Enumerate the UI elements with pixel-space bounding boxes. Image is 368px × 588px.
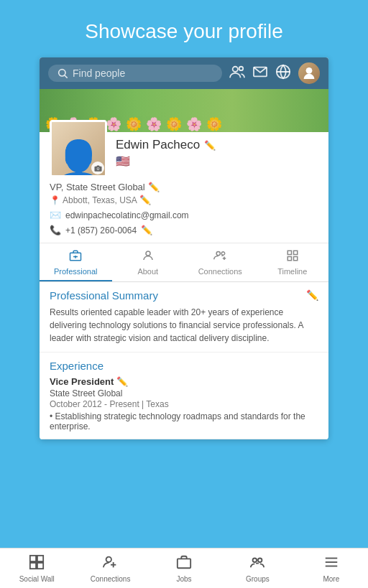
svg-point-0 [59,70,65,76]
header-section: Showcase your profile [0,0,368,57]
tab-connections[interactable]: Connections [184,243,257,281]
about-tab-icon [142,249,155,266]
jobs-bottom-label: Jobs [176,575,191,583]
svg-rect-22 [30,555,36,561]
svg-rect-29 [178,559,190,568]
camera-icon-badge[interactable] [91,162,104,174]
svg-point-9 [97,167,98,169]
connections-bottom-label: Connections [91,575,131,583]
svg-rect-21 [293,257,297,261]
job-title-text: VP, State Street Global [50,182,145,192]
connections-bottom-icon [103,554,119,574]
globe-nav-icon[interactable] [275,64,291,83]
svg-point-30 [253,558,257,562]
email-row: ✉️ edwinpachecolatinc@gmail.com [50,210,318,220]
bottom-nav-more[interactable]: More [295,550,368,587]
svg-rect-19 [293,251,297,254]
groups-bottom-icon [249,554,265,574]
search-icon [57,67,68,79]
experience-bullet: • Establishing strategic technology road… [50,411,318,431]
user-avatar[interactable] [298,62,320,84]
jobs-bottom-icon [176,554,192,574]
flag-row: 🇺🇸 [116,154,318,168]
social-wall-label: Social Wall [19,575,55,583]
svg-rect-25 [37,562,43,568]
people-nav-icon[interactable] [229,65,245,83]
experience-dates: October 2012 - Present | Texas [50,399,318,409]
search-input-wrapper[interactable]: Find people [48,65,222,82]
job-title: Vice President [50,376,114,387]
profile-avatar-wrapper: 👤 [50,120,107,177]
connections-tab-icon [213,249,226,266]
svg-rect-24 [30,562,36,568]
tab-connections-label: Connections [198,267,242,276]
profile-name-section: Edwin Pacheco ✏️ 🇺🇸 [116,138,318,168]
bottom-nav-social-wall[interactable]: Social Wall [0,550,73,587]
svg-point-2 [233,66,238,71]
profile-title-row: VP, State Street Global ✏️ [50,182,318,192]
experience-section: Experience Vice President ✏️ State Stree… [40,353,328,439]
experience-edit-icon[interactable]: ✏️ [116,376,128,387]
svg-point-3 [239,66,243,70]
bottom-nav-groups[interactable]: Groups [221,550,294,587]
social-wall-icon [29,554,45,574]
name-edit-icon[interactable]: ✏️ [204,140,216,151]
tab-timeline[interactable]: Timeline [257,243,329,281]
profile-meta: VP, State Street Global ✏️ 📍 Abbott, Tex… [50,182,318,205]
bottom-nav: Social Wall Connections Jobs [0,548,368,588]
svg-rect-20 [288,257,291,261]
main-card: Find people [40,57,328,439]
phone-edit-icon[interactable]: ✏️ [141,225,152,235]
page-title: Showcase your profile [14,20,354,43]
svg-point-26 [106,556,111,561]
profile-tabs: Professional About [40,243,328,282]
search-placeholder-text: Find people [73,67,125,79]
professional-summary-heading: Professional Summary [50,289,318,302]
tab-professional-label: Professional [54,267,98,276]
phone-row: 📞 +1 (857) 260-0064 ✏️ [50,225,318,235]
search-nav-icons [229,62,320,84]
professional-tab-icon [69,249,82,266]
groups-bottom-label: Groups [246,575,270,583]
experience-title-row: Vice President ✏️ [50,376,318,387]
location-edit-icon[interactable]: ✏️ [139,195,151,205]
bottom-nav-jobs[interactable]: Jobs [147,550,221,587]
svg-line-1 [65,75,68,78]
country-flag: 🇺🇸 [116,155,130,167]
mail-nav-icon[interactable] [252,65,268,82]
professional-summary-edit-icon[interactable]: ✏️ [306,289,318,301]
phone-text: +1 (857) 260-0064 [65,225,137,235]
svg-point-14 [216,251,220,255]
location-icon: 📍 [50,195,60,205]
svg-rect-18 [288,251,291,254]
location-text: Abbott, Texas, USA [63,195,137,205]
svg-point-13 [146,251,150,256]
tab-about-label: About [137,267,158,276]
tab-timeline-label: Timeline [277,267,307,276]
email-text: edwinpachecolatinc@gmail.com [65,210,189,220]
professional-summary-section: ✏️ Professional Summary Results oriented… [40,282,328,353]
phone-icon: 📞 [50,225,61,235]
search-bar: Find people [40,57,328,89]
svg-point-7 [306,67,313,74]
professional-summary-body: Results oriented capable leader with 20+… [50,306,318,345]
profile-location-row: 📍 Abbott, Texas, USA ✏️ [50,195,318,205]
experience-company: State Street Global [50,388,318,398]
tab-about[interactable]: About [112,243,185,281]
profile-info: 👤 Edwin Pacheco ✏️ 🇺🇸 [40,132,328,243]
experience-heading: Experience [50,360,318,372]
tab-professional[interactable]: Professional [40,243,112,281]
bottom-nav-connections[interactable]: Connections [73,550,147,587]
timeline-tab-icon [286,249,299,266]
svg-point-31 [258,558,262,562]
experience-item: Vice President ✏️ State Street Global Oc… [50,376,318,431]
more-bottom-icon [323,554,339,574]
svg-rect-23 [37,555,43,561]
title-edit-icon[interactable]: ✏️ [148,182,160,192]
email-icon: ✉️ [50,210,61,220]
svg-point-15 [222,252,226,256]
profile-name: Edwin Pacheco [116,138,200,152]
more-bottom-label: More [323,575,339,583]
